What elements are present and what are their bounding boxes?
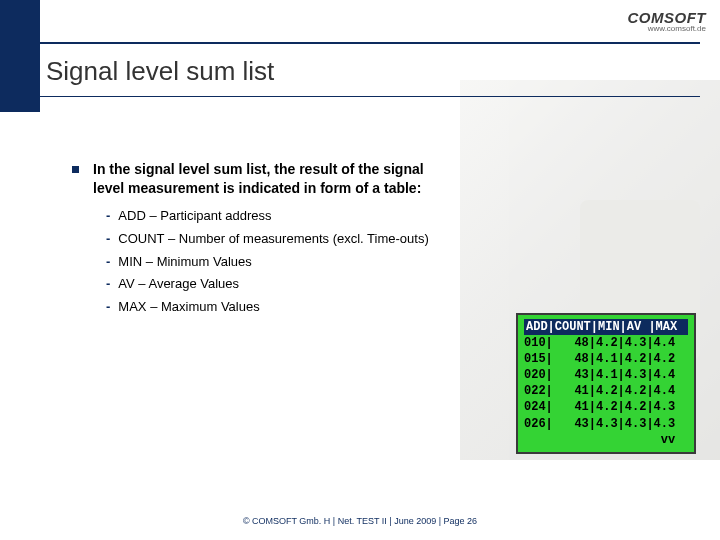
square-bullet-icon bbox=[72, 166, 79, 173]
screen-row: vv bbox=[524, 433, 675, 447]
list-item: - ADD – Participant address bbox=[106, 208, 452, 225]
list-item-text: ADD – Participant address bbox=[118, 208, 271, 225]
intro-text: In the signal level sum list, the result… bbox=[93, 160, 452, 198]
header: COMSOFT www.comsoft.de bbox=[0, 0, 720, 42]
screen-row: 015| 48|4.1|4.2|4.2 bbox=[524, 352, 675, 366]
screen-row: 010| 48|4.2|4.3|4.4 bbox=[524, 336, 675, 350]
dash-icon: - bbox=[106, 254, 110, 271]
dash-icon: - bbox=[106, 208, 110, 225]
list-item-text: AV – Average Values bbox=[118, 276, 239, 293]
screen-header-row: ADD|COUNT|MIN|AV |MAX bbox=[524, 319, 688, 335]
list-item-text: MIN – Minimum Values bbox=[118, 254, 251, 271]
header-accent-block bbox=[0, 0, 40, 42]
content-area: In the signal level sum list, the result… bbox=[72, 160, 452, 322]
page-title: Signal level sum list bbox=[46, 56, 274, 87]
dash-icon: - bbox=[106, 299, 110, 316]
title-accent-block bbox=[0, 42, 40, 112]
list-item-text: MAX – Maximum Values bbox=[118, 299, 259, 316]
sub-list: - ADD – Participant address - COUNT – Nu… bbox=[106, 208, 452, 316]
list-item: - COUNT – Number of measurements (excl. … bbox=[106, 231, 452, 248]
screen-row: 024| 41|4.2|4.2|4.3 bbox=[524, 400, 675, 414]
intro-bullet: In the signal level sum list, the result… bbox=[72, 160, 452, 198]
dash-icon: - bbox=[106, 276, 110, 293]
list-item-text: COUNT – Number of measurements (excl. Ti… bbox=[118, 231, 428, 248]
screen-row: 020| 43|4.1|4.3|4.4 bbox=[524, 368, 675, 382]
list-item: - MAX – Maximum Values bbox=[106, 299, 452, 316]
footer-text: © COMSOFT Gmb. H | Net. TEST II | June 2… bbox=[0, 516, 720, 526]
list-item: - AV – Average Values bbox=[106, 276, 452, 293]
title-rule-top bbox=[40, 42, 700, 44]
dash-icon: - bbox=[106, 231, 110, 248]
screen-row: 026| 43|4.3|4.3|4.3 bbox=[524, 417, 675, 431]
screen-content: ADD|COUNT|MIN|AV |MAX 010| 48|4.2|4.3|4.… bbox=[518, 315, 694, 453]
header-white-area: COMSOFT www.comsoft.de bbox=[40, 0, 720, 42]
list-item: - MIN – Minimum Values bbox=[106, 254, 452, 271]
logo: COMSOFT www.comsoft.de bbox=[628, 9, 707, 33]
screen-row: 022| 41|4.2|4.2|4.4 bbox=[524, 384, 675, 398]
title-rule-bottom bbox=[40, 96, 700, 97]
device-screen: ADD|COUNT|MIN|AV |MAX 010| 48|4.2|4.3|4.… bbox=[516, 313, 696, 455]
